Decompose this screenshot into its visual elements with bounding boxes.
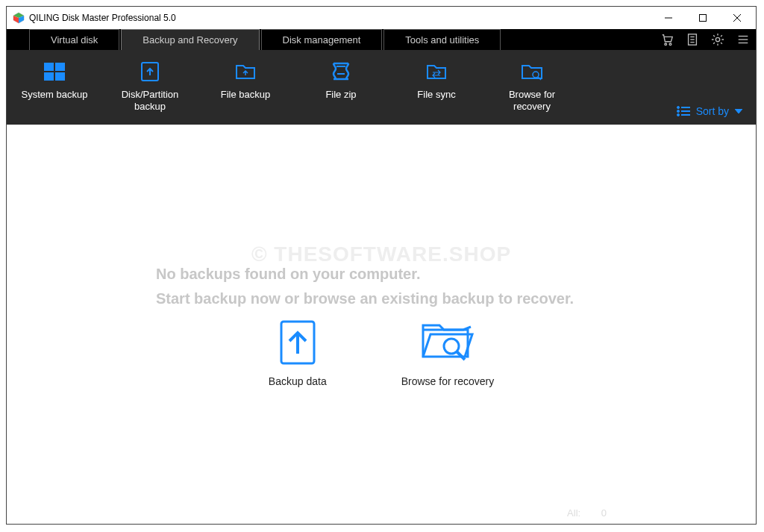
browse-recovery-label: Browse forrecovery <box>484 89 580 112</box>
disk-partition-icon <box>139 60 161 83</box>
svg-rect-5 <box>700 15 707 22</box>
empty-message: No backups found on your computer. Start… <box>156 262 574 311</box>
maximize-button[interactable] <box>686 7 720 29</box>
status-bar: All: 0 <box>7 507 756 524</box>
file-sync-label: File sync <box>389 89 484 101</box>
window-title: QILING Disk Master Professional 5.0 <box>29 13 651 23</box>
svg-rect-21 <box>56 73 64 80</box>
browse-recovery-action-label: Browse for recovery <box>401 375 494 387</box>
browse-recovery-action-icon <box>419 319 477 366</box>
file-sync-icon <box>425 60 448 83</box>
browse-recovery-button[interactable]: Browse forrecovery <box>484 59 580 112</box>
system-backup-button[interactable]: System backup <box>7 59 102 101</box>
svg-point-27 <box>677 107 679 109</box>
svg-marker-33 <box>735 109 742 113</box>
log-icon[interactable] <box>680 29 705 50</box>
list-icon <box>677 106 690 116</box>
content-area: © THESOFTWARE.SHOP No backups found on y… <box>7 125 756 507</box>
file-sync-button[interactable]: File sync <box>389 59 484 101</box>
system-backup-label: System backup <box>7 89 102 101</box>
app-window: QILING Disk Master Professional 5.0 Virt… <box>6 6 757 525</box>
svg-rect-19 <box>56 63 64 70</box>
tab-disk-management[interactable]: Disk management <box>261 29 383 50</box>
backup-data-label: Backup data <box>269 375 327 387</box>
tab-bar: Virtual disk Backup and Recovery Disk ma… <box>7 29 756 50</box>
svg-point-14 <box>716 37 719 41</box>
close-button[interactable] <box>720 7 754 29</box>
svg-rect-18 <box>45 63 53 70</box>
empty-message-line1: No backups found on your computer. <box>156 262 574 287</box>
backup-data-icon <box>279 319 316 366</box>
minimize-button[interactable] <box>651 7 686 29</box>
status-all-label: All: <box>567 507 580 519</box>
file-zip-icon <box>331 60 351 83</box>
file-zip-label: File zip <box>293 89 389 101</box>
menu-icon[interactable] <box>730 29 756 50</box>
svg-rect-20 <box>45 73 53 80</box>
svg-point-9 <box>669 43 671 46</box>
status-all-count: 0 <box>601 507 607 519</box>
sort-by-button[interactable]: Sort by <box>677 105 742 117</box>
tab-tools-utilities[interactable]: Tools and utilities <box>383 29 501 50</box>
svg-point-31 <box>677 114 679 116</box>
title-bar: QILING Disk Master Professional 5.0 <box>7 7 756 29</box>
empty-message-line2: Start backup now or browse an existing b… <box>156 287 574 311</box>
system-backup-icon <box>43 60 66 83</box>
settings-icon[interactable] <box>705 29 730 50</box>
svg-point-25 <box>533 72 539 78</box>
disk-partition-backup-button[interactable]: Disk/Partitionbackup <box>102 59 198 112</box>
disk-partition-label: Disk/Partitionbackup <box>102 89 198 112</box>
tab-backup-recovery[interactable]: Backup and Recovery <box>121 29 259 50</box>
browse-recovery-icon <box>520 60 544 83</box>
chevron-down-icon <box>735 109 742 113</box>
svg-point-8 <box>665 43 667 46</box>
app-logo-icon <box>13 12 25 24</box>
file-backup-label: File backup <box>198 89 293 101</box>
file-backup-button[interactable]: File backup <box>198 59 293 101</box>
browse-recovery-action-button[interactable]: Browse for recovery <box>401 319 494 387</box>
action-buttons: Backup data Browse for recovery <box>7 319 756 387</box>
backup-data-button[interactable]: Backup data <box>269 319 327 387</box>
toolbar: System backup Disk/Partitionbackup File … <box>7 50 756 125</box>
sort-by-label: Sort by <box>696 105 729 117</box>
file-zip-button[interactable]: File zip <box>293 59 389 101</box>
cart-icon[interactable] <box>654 29 680 50</box>
tab-virtual-disk[interactable]: Virtual disk <box>29 29 119 50</box>
file-backup-icon <box>234 60 257 83</box>
svg-point-29 <box>677 110 679 113</box>
